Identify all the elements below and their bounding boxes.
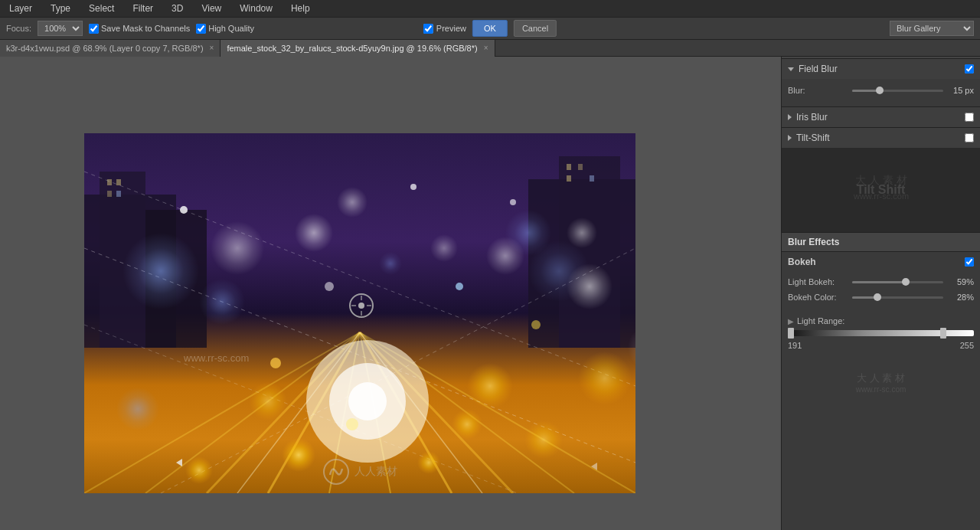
svg-text:www.rr-sc.com: www.rr-sc.com xyxy=(183,352,249,364)
panel-resize-handle[interactable] xyxy=(782,40,785,530)
tilt-shift-checkbox[interactable] xyxy=(965,133,974,142)
light-bokeh-slider-track xyxy=(852,281,943,283)
svg-rect-9 xyxy=(116,191,121,197)
svg-point-42 xyxy=(282,438,315,472)
bokeh-header: Bokeh xyxy=(782,252,980,270)
bokeh-color-row: Bokeh Color: 28% xyxy=(788,292,974,303)
blur-gallery-dropdown[interactable]: Blur Gallery xyxy=(890,21,974,36)
light-range-right-value: 255 xyxy=(960,341,974,350)
svg-rect-12 xyxy=(590,175,594,182)
tab-psd-close[interactable]: × xyxy=(210,44,214,52)
light-bokeh-slider-thumb[interactable] xyxy=(902,278,910,286)
tab-jpg-close[interactable]: × xyxy=(484,44,488,52)
field-blur-section: Field Blur Blur: 15 px xyxy=(782,59,980,107)
tilt-shift-header[interactable]: Tilt-Shift xyxy=(782,128,980,148)
blur-slider-thumb[interactable] xyxy=(876,87,884,94)
svg-point-61 xyxy=(346,418,358,430)
watermark-badge: 人人素材 xyxy=(322,458,397,486)
svg-point-41 xyxy=(567,263,612,309)
svg-point-30 xyxy=(122,233,199,309)
focus-label: Focus: xyxy=(6,24,31,33)
light-range-label: ▶ Light Range: xyxy=(788,316,974,326)
iris-blur-title: Iris Blur xyxy=(796,112,960,123)
menu-3d[interactable]: 3D xyxy=(168,2,186,15)
menu-view[interactable]: View xyxy=(198,2,224,15)
svg-rect-6 xyxy=(107,179,112,185)
menu-bar: Layer Type Select Filter 3D View Window … xyxy=(0,0,980,17)
svg-point-54 xyxy=(116,388,159,430)
high-quality-label[interactable]: High Quality xyxy=(196,24,254,34)
light-range-left-thumb[interactable] xyxy=(788,328,794,339)
svg-point-33 xyxy=(337,187,368,218)
field-blur-content: Blur: 15 px xyxy=(782,79,980,106)
svg-point-59 xyxy=(456,283,463,290)
menu-help[interactable]: Help xyxy=(288,2,313,15)
light-bokeh-slider-fill xyxy=(852,281,906,283)
svg-point-52 xyxy=(578,352,632,405)
svg-point-32 xyxy=(295,214,333,252)
menu-type[interactable]: Type xyxy=(47,2,74,15)
tilt-shift-preview-label: Tilt Shift xyxy=(857,183,906,197)
svg-point-64 xyxy=(358,303,364,309)
panel-watermark: 大 人 素 材 www.rr-sc.com xyxy=(782,356,980,409)
iris-blur-header[interactable]: Iris Blur xyxy=(782,107,980,127)
cancel-button[interactable]: Cancel xyxy=(514,20,557,37)
svg-point-38 xyxy=(486,237,524,275)
bokeh-color-slider-thumb[interactable] xyxy=(874,293,881,301)
tilt-shift-section: Tilt-Shift 大 人 素 材 www.rr-sc.com Tilt Sh… xyxy=(782,128,980,233)
svg-point-60 xyxy=(270,358,281,368)
blur-slider-track xyxy=(852,90,943,92)
light-range-section: ▶ Light Range: 191 255 xyxy=(782,313,980,356)
tilt-shift-preview: 大 人 素 材 www.rr-sc.com Tilt Shift xyxy=(782,148,980,232)
menu-filter[interactable]: Filter xyxy=(129,2,156,15)
light-range-values: 191 255 xyxy=(788,341,974,350)
light-range-left-value: 191 xyxy=(788,341,802,350)
ok-button[interactable]: OK xyxy=(472,20,508,37)
preview-label[interactable]: Preview xyxy=(423,24,466,34)
svg-rect-8 xyxy=(107,191,112,197)
light-bokeh-slider-container xyxy=(852,276,943,287)
preview-checkbox[interactable] xyxy=(423,24,433,34)
tab-psd[interactable]: k3r-d4x1vwu.psd @ 68.9% (Layer 0 copy 7,… xyxy=(0,40,220,57)
focus-select[interactable]: 100% xyxy=(38,21,83,36)
svg-point-62 xyxy=(531,320,541,329)
iris-blur-checkbox[interactable] xyxy=(965,113,974,122)
panel-watermark-text: 大 人 素 材 xyxy=(788,371,974,385)
light-range-track xyxy=(788,330,974,336)
watermark-icon xyxy=(322,458,350,486)
save-mask-checkbox[interactable] xyxy=(89,24,99,34)
high-quality-checkbox[interactable] xyxy=(196,24,206,34)
right-panel: Blur Tools Field Blur Blur: 15 px xyxy=(781,40,980,530)
tab-jpg-label: female_stock_32_by_ralucs_stock-d5yuy9n.… xyxy=(227,44,477,53)
svg-point-49 xyxy=(348,382,387,420)
svg-point-50 xyxy=(467,363,513,409)
menu-select[interactable]: Select xyxy=(86,2,117,15)
light-bokeh-label: Light Bokeh: xyxy=(788,277,849,286)
menu-layer[interactable]: Layer xyxy=(6,2,35,15)
toolbar: Focus: 100% Save Mask to Channels High Q… xyxy=(0,17,980,40)
bokeh-content: Light Bokeh: 59% Bokeh Color: 28% xyxy=(782,270,980,313)
svg-point-51 xyxy=(249,382,287,420)
svg-rect-7 xyxy=(116,179,121,185)
svg-point-58 xyxy=(510,199,516,205)
bokeh-checkbox[interactable] xyxy=(965,257,974,267)
light-bokeh-value: 59% xyxy=(946,277,974,286)
tab-jpg[interactable]: female_stock_32_by_ralucs_stock-d5yuy9n.… xyxy=(220,40,495,57)
svg-point-40 xyxy=(379,252,402,275)
field-blur-title: Field Blur xyxy=(799,64,960,74)
svg-point-56 xyxy=(410,184,416,190)
blur-slider-container xyxy=(852,85,943,96)
bokeh-title: Bokeh xyxy=(788,257,962,267)
light-range-right-thumb[interactable] xyxy=(940,328,946,339)
field-blur-header[interactable]: Field Blur xyxy=(782,59,980,79)
iris-blur-section: Iris Blur xyxy=(782,107,980,128)
bokeh-color-value: 28% xyxy=(946,293,974,302)
field-blur-checkbox[interactable] xyxy=(965,64,974,74)
canvas-container: www.rr-sc.com 大 人素材 WWW.rr-sc.com 人人素材 xyxy=(84,133,635,493)
menu-window[interactable]: Window xyxy=(237,2,276,15)
tabs-bar: k3r-d4x1vwu.psd @ 68.9% (Layer 0 copy 7,… xyxy=(0,40,980,57)
save-mask-label[interactable]: Save Mask to Channels xyxy=(89,24,190,34)
svg-point-39 xyxy=(430,234,458,262)
light-bokeh-row: Light Bokeh: 59% xyxy=(788,276,974,287)
light-range-arrow: ▶ xyxy=(788,317,794,326)
